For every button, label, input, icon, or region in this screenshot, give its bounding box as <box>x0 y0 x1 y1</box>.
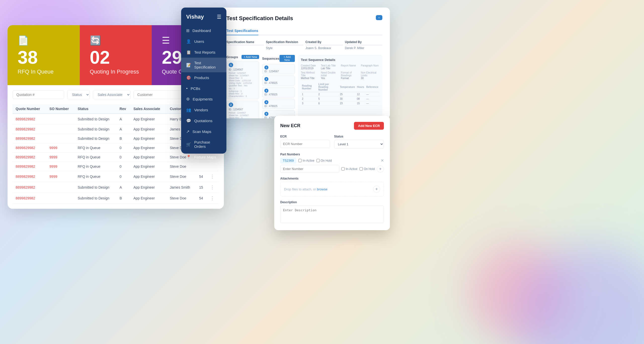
browse-link[interactable]: browse <box>317 187 328 191</box>
seq-item-1[interactable]: 1 ID : 1234567 <box>262 64 295 74</box>
seq-id-1: ID : 1234567 <box>264 70 293 73</box>
detail-created-date: Created Date 12/01/2019 <box>301 64 319 70</box>
sidebar-label-scan-maps: Scan Maps <box>192 129 211 134</box>
cell-quote-number[interactable]: 8899829982 <box>13 171 47 182</box>
groups-column: Groups + Add New 1 ID : 1234567 Period :… <box>226 55 259 118</box>
on-hold-label: On Hold <box>321 159 332 162</box>
sidebar-hamburger-icon[interactable]: ☰ <box>217 14 221 20</box>
readings-col-ref: Reference <box>365 82 379 92</box>
cell-quote-number[interactable]: 8899829982 <box>13 193 47 204</box>
ecr-top-row: ECR Status Level 1 <box>280 135 384 149</box>
customer-input[interactable] <box>134 90 185 99</box>
reading-row-1: 1 2 25 12 — <box>301 92 379 97</box>
cell-quote-number[interactable]: 8899829982 <box>13 162 47 171</box>
readings-col-temp: Temperature <box>339 82 356 92</box>
add-ecr-button[interactable]: Add New ECR <box>354 122 384 130</box>
sidebar-item-users[interactable]: 👤 Users <box>181 36 226 47</box>
cell-quote-number[interactable]: 8899829982 <box>13 114 47 125</box>
test-spec-action-btn[interactable]: + <box>376 15 382 20</box>
col-status: Status <box>75 104 117 114</box>
cell-so-number[interactable]: 9999 <box>47 153 75 162</box>
sidebar-item-purchase-orders[interactable]: 🛒 Purchase Orders <box>181 137 226 152</box>
cell-customer: Steve Doe <box>167 171 196 182</box>
status-select[interactable]: Status <box>67 90 90 99</box>
ecr-status-select[interactable]: Level 1 <box>334 140 384 149</box>
sidebar-item-dashboard[interactable]: ⊞ Dashboard <box>181 25 226 36</box>
cell-quote-number[interactable]: 8899829982 <box>13 153 47 162</box>
part-number-input[interactable] <box>280 165 339 173</box>
sidebar-item-pcbs[interactable]: ▪ PCBs <box>181 83 226 94</box>
cell-so-number <box>47 193 75 204</box>
cell-rev: 0 <box>116 162 130 171</box>
spec-tab-specifications[interactable]: Test Specifications <box>226 27 258 35</box>
on-hold-checkbox[interactable] <box>316 159 320 162</box>
users-icon: 👤 <box>186 39 191 44</box>
reading-row-2: 2 5 30 08 — <box>301 97 379 101</box>
seq-num-4: 4 <box>264 100 268 104</box>
cell-so-number <box>47 134 75 143</box>
sidebar-label-test-specification: Test Specification <box>194 61 221 69</box>
quotation-input[interactable] <box>13 90 64 99</box>
cell-rev: A <box>116 182 130 193</box>
sidebar-item-test-reports[interactable]: 📋 Test Reports <box>181 47 226 58</box>
add-group-btn[interactable]: + Add New <box>242 55 259 59</box>
quoting-label: Quoting In Progress <box>90 68 142 75</box>
seq-item-2[interactable]: 2 ID : 478925 <box>262 76 295 86</box>
cell-rev: A <box>116 114 130 125</box>
sidebar-item-quotations[interactable]: 💬 Quotations <box>181 115 226 126</box>
fixture-maps-icon: 📍 <box>186 155 191 159</box>
sidebar-item-products[interactable]: 🎯 Products <box>181 72 226 83</box>
remove-part-btn[interactable]: ✕ <box>381 158 384 163</box>
cell-so-number[interactable]: 9999 <box>47 143 75 153</box>
description-textarea[interactable] <box>280 205 384 223</box>
bg-decoration-3 <box>468 243 569 344</box>
cell-actions <box>207 162 219 171</box>
cell-so-number[interactable]: 9999 <box>47 171 75 182</box>
seq-id-3: ID : 478925 <box>264 93 293 96</box>
sidebar-item-equipments[interactable]: ⚙ Equipments <box>181 94 226 105</box>
quotations-icon: 💬 <box>186 118 191 123</box>
add-attachment-btn[interactable]: + <box>373 186 380 193</box>
sidebar-item-vendors[interactable]: 👥 Vendors <box>181 105 226 115</box>
group-item-1[interactable]: 1 ID : 1234567 Period : 1234567Sheet No … <box>226 61 259 99</box>
new-on-hold-checkbox[interactable] <box>359 167 363 170</box>
add-sequence-btn[interactable]: + Add New <box>279 55 295 62</box>
stat-card-quoting[interactable]: 🔄 02 Quoting In Progress <box>80 25 152 85</box>
cell-actions[interactable]: ⋮ <box>207 193 219 204</box>
attachments-dropzone[interactable]: Drop files to attach, or browse + <box>280 182 384 196</box>
description-label: Description <box>280 200 384 204</box>
cell-sales-associate: App Engineer <box>130 134 167 143</box>
cell-so-number <box>47 182 75 193</box>
cell-so-number[interactable]: 9999 <box>47 162 75 171</box>
group-item-2[interactable]: 2 ID : 1234567 Period : 1234567Sheet No … <box>226 101 259 118</box>
cell-actions[interactable]: ⋮ <box>207 182 219 193</box>
seq-item-3[interactable]: 3 ID : 478925 <box>262 87 295 97</box>
cell-quote-number[interactable]: 8899829982 <box>13 134 47 143</box>
in-active-checkbox[interactable] <box>298 159 302 162</box>
add-part-number-btn[interactable]: + <box>377 165 384 173</box>
cell-actions[interactable]: ⋮ <box>207 171 219 182</box>
row-actions-icon[interactable]: ⋮ <box>210 196 215 201</box>
sidebar-item-scan-maps[interactable]: ↗ Scan Maps <box>181 126 226 137</box>
col-rev: Rev <box>116 104 130 114</box>
new-in-active-checkbox[interactable] <box>341 167 345 170</box>
readings-col-number: Reading Number <box>301 82 317 92</box>
sidebar-label-pcbs: PCBs <box>191 86 200 91</box>
row-actions-icon[interactable]: ⋮ <box>210 185 215 190</box>
cell-rev: A <box>116 125 130 134</box>
stat-card-rfq[interactable]: 📄 38 RFQ In Queue <box>8 25 80 85</box>
cell-quote-number[interactable]: 8899829982 <box>13 125 47 134</box>
seq-item-4[interactable]: 4 ID : 478925 <box>262 99 295 109</box>
part-numbers-label: Part Numbers <box>280 153 384 156</box>
sidebar-item-test-specification[interactable]: 📝 Test Specification <box>181 58 226 72</box>
cell-quote-number[interactable]: 8899829982 <box>13 143 47 153</box>
sidebar-item-fixture-maps[interactable]: 📍 Fixture Maps <box>181 152 226 162</box>
cell-quote-number[interactable]: 8899829982 <box>13 182 47 193</box>
cell-customer: Steve Doe <box>167 193 196 204</box>
sales-associate-select[interactable]: Sales Associate <box>93 90 131 99</box>
row-actions-icon[interactable]: ⋮ <box>210 174 215 179</box>
attachments-section: Attachments Drop files to attach, or bro… <box>280 177 384 196</box>
sidebar-header: Vishay ☰ <box>181 14 226 25</box>
ecr-number-input[interactable] <box>280 140 330 148</box>
cell-status: Submitted to Design <box>75 114 117 125</box>
